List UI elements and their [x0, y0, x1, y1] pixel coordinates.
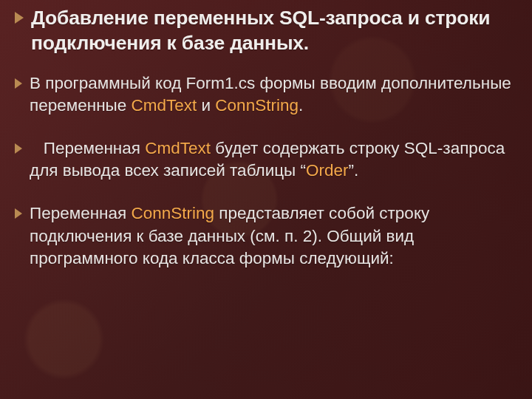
highlight-connstring: ConnString [132, 204, 215, 222]
text: . [299, 96, 303, 115]
paragraph-3: Переменная ConnString представляет собой… [30, 202, 511, 269]
svg-marker-3 [15, 208, 22, 219]
slide: { "colors": { "highlight": "#f4a94a", "b… [0, 0, 532, 399]
bullet-item-2: Переменная CmdText будет содержать строк… [13, 137, 511, 182]
bullet-item-title: Добавление переменных SQL-запроса и стро… [13, 6, 511, 56]
slide-content: Добавление переменных SQL-запроса и стро… [0, 0, 532, 270]
highlight-connstring: ConnString [215, 96, 299, 115]
highlight-order: Order [306, 161, 349, 180]
text: Переменная [30, 204, 132, 222]
text: Переменная [30, 139, 145, 157]
bullet-item-1: В программный код Form1.cs формы вводим … [13, 72, 511, 117]
svg-marker-2 [15, 143, 22, 154]
highlight-cmdtext: CmdText [132, 96, 197, 115]
paragraph-1: В программный код Form1.cs формы вводим … [30, 72, 511, 117]
bullet-item-3: Переменная ConnString представляет собой… [13, 202, 511, 269]
text: и [197, 96, 215, 115]
svg-marker-0 [15, 12, 24, 24]
paragraph-2: Переменная CmdText будет содержать строк… [30, 137, 511, 182]
highlight-cmdtext: CmdText [145, 139, 211, 157]
svg-marker-1 [15, 78, 22, 89]
triangle-bullet-icon [13, 207, 24, 220]
triangle-bullet-icon [13, 10, 25, 25]
text: ”. [349, 161, 359, 180]
slide-title: Добавление переменных SQL-запроса и стро… [31, 6, 511, 56]
triangle-bullet-icon [13, 77, 24, 90]
triangle-bullet-icon [13, 142, 24, 155]
